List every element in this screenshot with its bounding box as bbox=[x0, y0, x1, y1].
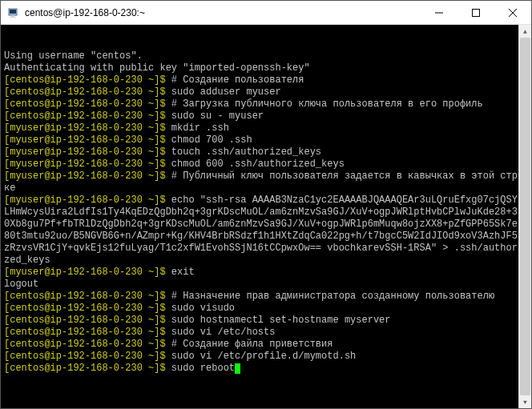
terminal-line: [centos@ip-192-168-0-230 ~]$ sudo reboot bbox=[4, 363, 528, 375]
shell-command: sudo visudo bbox=[171, 303, 235, 314]
shell-prompt: [centos@ip-192-168-0-230 ~]$ bbox=[4, 86, 171, 98]
maximize-button[interactable] bbox=[457, 1, 494, 24]
shell-prompt: [centos@ip-192-168-0-230 ~]$ bbox=[4, 315, 171, 326]
shell-command: # Создание пользователя bbox=[171, 74, 304, 86]
shell-prompt: [centos@ip-192-168-0-230 ~]$ bbox=[4, 74, 171, 86]
close-button[interactable] bbox=[494, 1, 531, 24]
shell-prompt: [centos@ip-192-168-0-230 ~]$ bbox=[4, 110, 171, 122]
shell-prompt: [centos@ip-192-168-0-230 ~]$ bbox=[4, 339, 171, 350]
terminal-line: [myuser@ip-192-168-0-230 ~]$ exit bbox=[4, 267, 528, 279]
shell-prompt: [myuser@ip-192-168-0-230 ~]$ bbox=[4, 267, 171, 278]
terminal[interactable]: Using username "centos".Authenticating w… bbox=[1, 25, 531, 408]
shell-prompt: [myuser@ip-192-168-0-230 ~]$ bbox=[4, 158, 171, 170]
shell-prompt: [myuser@ip-192-168-0-230 ~]$ bbox=[4, 170, 171, 182]
shell-prompt: [myuser@ip-192-168-0-230 ~]$ bbox=[4, 146, 171, 158]
window-controls bbox=[421, 1, 531, 24]
shell-prompt: [centos@ip-192-168-0-230 ~]$ bbox=[4, 351, 171, 362]
shell-command: sudo reboot bbox=[171, 363, 235, 374]
shell-prompt: [myuser@ip-192-168-0-230 ~]$ bbox=[4, 122, 171, 134]
terminal-line: [centos@ip-192-168-0-230 ~]$ sudo vi /et… bbox=[4, 327, 528, 339]
terminal-line: [centos@ip-192-168-0-230 ~]$ sudo su - m… bbox=[4, 110, 528, 122]
shell-command: exit bbox=[171, 267, 195, 278]
shell-prompt: [centos@ip-192-168-0-230 ~]$ bbox=[4, 98, 171, 110]
svg-rect-1 bbox=[10, 10, 16, 14]
shell-prompt: [centos@ip-192-168-0-230 ~]$ bbox=[4, 291, 171, 302]
shell-command: sudo hostnamectl set-hostname myserver bbox=[171, 315, 391, 326]
terminal-line: logout bbox=[4, 279, 528, 291]
terminal-line: [centos@ip-192-168-0-230 ~]$ # Создание … bbox=[4, 74, 528, 86]
terminal-line: [centos@ip-192-168-0-230 ~]$ # Загрузка … bbox=[4, 98, 528, 110]
terminal-line: [centos@ip-192-168-0-230 ~]$ # Назначени… bbox=[4, 291, 528, 303]
putty-icon bbox=[7, 6, 20, 19]
terminal-line: Using username "centos". bbox=[4, 50, 528, 62]
shell-command: sudo vi /etc/hosts bbox=[171, 327, 276, 338]
shell-command: sudo vi /etc/profile.d/mymotd.sh bbox=[171, 351, 356, 362]
svg-rect-5 bbox=[473, 9, 480, 16]
terminal-line: [myuser@ip-192-168-0-230 ~]$ # Публичный… bbox=[4, 170, 528, 194]
svg-rect-2 bbox=[11, 15, 14, 17]
shell-command: # Создание файла приветствия bbox=[171, 339, 333, 350]
minimize-button[interactable] bbox=[421, 1, 457, 24]
shell-command: chmod 700 .ssh bbox=[171, 134, 252, 146]
shell-command: touch .ssh/authorized_keys bbox=[171, 146, 321, 158]
shell-command: sudo adduser myuser bbox=[171, 86, 281, 98]
terminal-line: [centos@ip-192-168-0-230 ~]$ # Создание … bbox=[4, 339, 528, 351]
window-title: centos@ip-192-168-0-230:~ bbox=[25, 7, 421, 18]
terminal-line: [myuser@ip-192-168-0-230 ~]$ mkdir .ssh bbox=[4, 122, 528, 134]
cursor bbox=[235, 363, 240, 374]
terminal-line: [centos@ip-192-168-0-230 ~]$ sudo hostna… bbox=[4, 315, 528, 327]
scroll-down-arrow[interactable]: ▼ bbox=[519, 395, 531, 408]
shell-prompt: [myuser@ip-192-168-0-230 ~]$ bbox=[4, 134, 171, 146]
terminal-line: [myuser@ip-192-168-0-230 ~]$ echo "ssh-r… bbox=[4, 194, 528, 267]
scrollbar[interactable]: ▲ ▼ bbox=[518, 25, 531, 408]
terminal-line: [myuser@ip-192-168-0-230 ~]$ chmod 700 .… bbox=[4, 134, 528, 146]
terminal-line: [myuser@ip-192-168-0-230 ~]$ touch .ssh/… bbox=[4, 146, 528, 158]
svg-rect-3 bbox=[10, 17, 16, 18]
terminal-line: [centos@ip-192-168-0-230 ~]$ sudo vi /et… bbox=[4, 351, 528, 363]
shell-command: mkdir .ssh bbox=[171, 122, 229, 134]
shell-command: chmod 600 .ssh/authorized_keys bbox=[171, 158, 345, 170]
shell-command: sudo su - myuser bbox=[171, 110, 264, 122]
scroll-up-arrow[interactable]: ▲ bbox=[519, 25, 531, 38]
scrollbar-thumb[interactable] bbox=[520, 38, 530, 395]
shell-command: # Назначение прав администратора созданн… bbox=[171, 291, 494, 302]
shell-prompt: [centos@ip-192-168-0-230 ~]$ bbox=[4, 363, 171, 374]
terminal-line: Authenticating with public key "imported… bbox=[4, 62, 528, 74]
shell-prompt: [centos@ip-192-168-0-230 ~]$ bbox=[4, 327, 171, 338]
shell-prompt: [myuser@ip-192-168-0-230 ~]$ bbox=[4, 194, 171, 206]
terminal-line: [centos@ip-192-168-0-230 ~]$ sudo visudo bbox=[4, 303, 528, 315]
titlebar: centos@ip-192-168-0-230:~ bbox=[1, 1, 531, 25]
terminal-line: [myuser@ip-192-168-0-230 ~]$ chmod 600 .… bbox=[4, 158, 528, 170]
shell-prompt: [centos@ip-192-168-0-230 ~]$ bbox=[4, 303, 171, 314]
shell-command: # Загрузка публичного ключа пользователя… bbox=[171, 98, 483, 110]
terminal-line: [centos@ip-192-168-0-230 ~]$ sudo adduse… bbox=[4, 86, 528, 98]
